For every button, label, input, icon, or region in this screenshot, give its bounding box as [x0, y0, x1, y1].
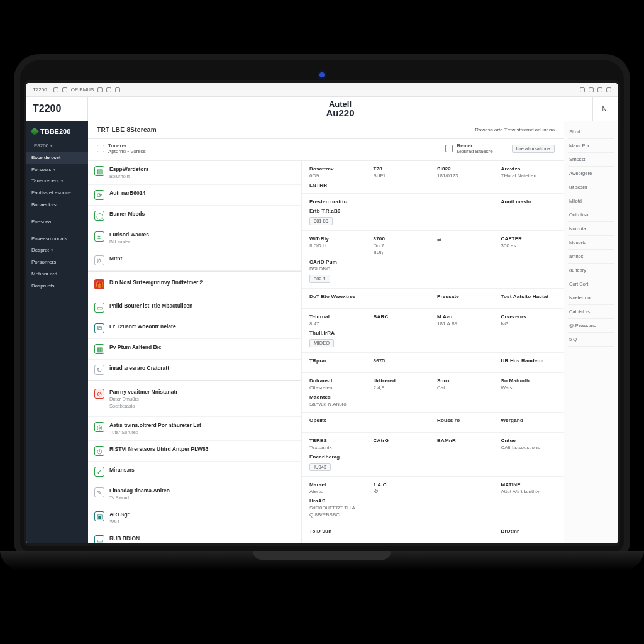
detail-cell-5-2 [437, 358, 492, 364]
rail-item-12[interactable]: Noeterronrt [568, 291, 614, 305]
brand-left-model: T2200 [26, 97, 88, 121]
toolbar-model-label: T2200 [33, 87, 47, 92]
detail-key: Thull.IrRA [309, 330, 365, 336]
sidebar-item-7[interactable]: Desprot [26, 245, 88, 257]
sidebar-product-name: TBBE200 [40, 128, 70, 135]
toolbar-icon-2[interactable] [62, 87, 67, 92]
detail-key: CAriD Pum [309, 259, 365, 265]
list-item-2[interactable]: ◯Bumer Mbeds [88, 206, 301, 226]
detail-key: WiTrRiy [309, 236, 365, 242]
list-item-label: Aatis tivins.oltrerd Por nthureter Lat [109, 422, 295, 428]
sidebar-item-1[interactable]: Porsosrs [26, 164, 88, 176]
toolbar-right-icon-4[interactable] [606, 87, 611, 92]
detail-key: T28 [374, 166, 429, 172]
rail-item-8[interactable]: Mouortd [568, 236, 614, 250]
sidebar: TBBE200 E8200 Ecce de ocetPorsosrsTanecr… [26, 121, 88, 543]
bag-icon: ⧉ [94, 323, 104, 333]
list-item-8[interactable]: ▦Pv Ptum Asltend Bic [88, 339, 301, 360]
toolbar-right-icon-1[interactable] [580, 87, 585, 92]
detail-key: BARC [374, 314, 429, 319]
rail-item-4[interactable]: ult sosrn [568, 180, 614, 194]
printer-icon[interactable] [445, 145, 453, 152]
list-item-label: MItnt [109, 255, 295, 262]
toolbar-icon-4[interactable] [106, 87, 111, 92]
detail-badge[interactable]: 002.1 [309, 275, 330, 283]
detail-cell-8-2: BAMnR [437, 438, 492, 450]
toolbar-right-icon-2[interactable] [589, 87, 594, 92]
toolbar-icon-3[interactable] [97, 87, 103, 92]
detail-cell-10-0: ToiD 9un [309, 528, 365, 534]
rail-item-11[interactable]: Cort.Cort [568, 277, 614, 291]
rail-item-0[interactable]: St.ort [568, 125, 614, 139]
detail-value: Citasreten [309, 385, 365, 391]
pencil-icon[interactable] [97, 145, 104, 152]
detail-cell-4-2: M Avo181.A.89 [437, 314, 492, 326]
rail-item-2[interactable]: Srnosst [568, 153, 614, 167]
rail-item-5[interactable]: Mllotd [568, 194, 614, 208]
list-item-5[interactable]: 🎁Din Nost Srrteergririnvy Bnittetmer 2 [88, 271, 301, 297]
sidebar-item-0[interactable]: Ecce de ocet [26, 152, 88, 164]
detail-key: Presten nratttc [309, 199, 365, 204]
sidebar-item-10[interactable]: Dasprunts [26, 280, 88, 292]
sidebar-item-6[interactable]: Poveasmoncats [26, 233, 88, 245]
detail-cell-9-0: MaraetAterts [309, 482, 365, 494]
rail-item-3[interactable]: Aweorgere [568, 167, 614, 180]
list-item-12[interactable]: ◷RISTVI Nrerstsors Utitrd Antper PLW83 [88, 441, 301, 462]
detail-key: Arovtzo [501, 166, 557, 172]
sidebar-item-8[interactable]: Porsonrers [26, 257, 88, 269]
sidebar-item-2[interactable]: Tanecrecers [26, 175, 88, 187]
detail-value: Sanvud N.An8ro [309, 401, 365, 407]
detail-key: TRprar [309, 358, 365, 364]
leaf-icon [30, 127, 39, 136]
sidebar-item-4[interactable]: Bunaecksst [26, 199, 88, 211]
sidebar-logo: TBBE200 [26, 125, 88, 140]
rail-item-9[interactable]: antnos [568, 250, 614, 264]
sidebar-item-3[interactable]: Fantiss et asonce [26, 187, 88, 199]
detail-cell-6-3: So MatunthWats [501, 378, 557, 391]
list-item-0[interactable]: ▤EsppWardetorsBolurnoirt [88, 161, 301, 185]
detail-badge[interactable]: IU043 [309, 463, 331, 471]
list-item-4[interactable]: ⛭MItnt [88, 250, 301, 271]
toolbar-right-icon-3[interactable] [597, 87, 602, 92]
brand-name-bottom: Au220 [326, 108, 354, 118]
sidebar-item-5[interactable]: Poescea [26, 216, 88, 228]
detail-key: SI822 [437, 166, 492, 172]
sidebar-item-9[interactable]: Mohnnr ord [26, 269, 88, 280]
info-action-button[interactable]: Ure attursatrona [512, 145, 555, 153]
rail-item-15[interactable]: 5 Q [568, 333, 614, 347]
list-item-9[interactable]: ↻inrad aresraro Cratcratt [88, 360, 301, 380]
detail-cell-8-0: TBRESTextbainik [309, 438, 365, 450]
list-item-6[interactable]: ▭Pnild Bourer ist Ttle Mbactullcen [88, 297, 301, 318]
list-item-14[interactable]: ✎Finaadag tinama.AniteoTs Swrad [88, 482, 301, 506]
list-item-16[interactable]: ▭RUB BDION [88, 530, 301, 543]
list-item-1[interactable]: ⟳Auti narB6014 [88, 185, 301, 206]
subhead-left-val: Aptornd • Voress [108, 148, 146, 154]
detail-key: Urltrered [374, 378, 429, 384]
note-icon: ✎ [94, 487, 104, 497]
toolbar-icon-1[interactable] [53, 87, 58, 92]
detail-value: 181/0123 [437, 173, 492, 179]
list-item-label: EsppWardetors [109, 166, 295, 172]
list-item-label: Bumer Mbeds [109, 211, 295, 217]
rail-item-1[interactable]: Maus Pnr [568, 139, 614, 153]
list-item-11[interactable]: ◎Aatis tivins.oltrerd Por nthureter LatT… [88, 417, 301, 441]
toolbar-icon-5[interactable] [115, 87, 120, 92]
list-item-label: Din Nost Srrteergririnvy Bnittetmer 2 [109, 279, 295, 286]
list-item-3[interactable]: ⛨Furisod WactesBU susier [88, 226, 301, 250]
rail-item-6[interactable]: Onirobso [568, 208, 614, 222]
sidebar-tree-caret[interactable]: E8200 [26, 140, 88, 152]
list-item-sub: Tutar Sorured [109, 430, 295, 435]
rail-item-13[interactable]: Catnist ss [568, 305, 614, 319]
detail-cell-6-2: SouxCat [437, 378, 492, 391]
target-icon: ◎ [94, 422, 104, 432]
detail-badge[interactable]: MIOEO [309, 339, 334, 347]
list-item-15[interactable]: ▣ARTSgrSBr1 [88, 506, 301, 530]
detail-badge[interactable]: 001 00 [309, 217, 333, 225]
detail-key: Cntue [501, 438, 557, 443]
rail-item-14[interactable]: @ Peassuno [568, 319, 614, 333]
list-item-10[interactable]: ⊘Parrny veaitmer NnistanatrDuter Dmu8rsS… [88, 380, 301, 417]
list-item-13[interactable]: ✓Mirans.ns [88, 462, 301, 482]
rail-item-7[interactable]: Norunta [568, 222, 614, 236]
list-item-7[interactable]: ⧉Er T28anrt Woeontr nelate [88, 318, 301, 339]
rail-item-10[interactable]: du teary [568, 264, 614, 277]
